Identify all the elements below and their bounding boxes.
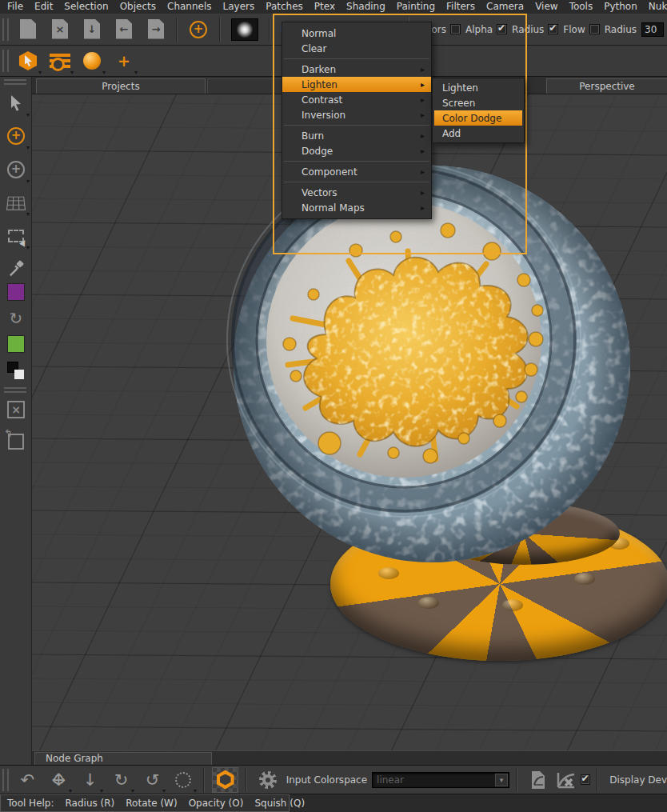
colorspace-dropdown-button[interactable]: ▾	[495, 774, 508, 786]
check-icon: ✔	[581, 773, 589, 784]
paint-toggle: Alpha ✔	[465, 24, 507, 35]
import-archive-icon[interactable]: ←	[108, 17, 140, 42]
input-colorspace-select[interactable]: linear ▾	[372, 772, 509, 788]
toggle-checkbox[interactable]: ✔	[548, 24, 558, 34]
toolbar-separator	[176, 18, 178, 42]
undo-view-button[interactable]: ↶	[12, 767, 43, 793]
menubar-item[interactable]: Shading	[341, 0, 391, 14]
marquee-select-tool-button[interactable]: ▲ ▾	[0, 222, 32, 250]
menu-item[interactable]: Contrast ▸	[282, 92, 431, 107]
swap-arrows-icon: ↻	[10, 310, 23, 326]
submenu-item[interactable]: Add	[433, 126, 524, 141]
display-toggle-checkbox[interactable]: ✔	[581, 774, 591, 785]
menu-item[interactable]: Darken ▸	[282, 62, 431, 77]
layer-visibility-tool-button[interactable]: ▾	[44, 47, 76, 74]
pull-tool-button[interactable]: ↓ ▾	[74, 767, 106, 793]
blend-mode-menu: Normal ▸ Clear ▸ ▸ Darken ▸ Lighten ▸ Co…	[282, 22, 432, 219]
menubar-item[interactable]: Painting	[391, 0, 441, 14]
close-project-icon[interactable]: ×	[44, 17, 76, 42]
sidebar-drag-handle[interactable]	[4, 79, 26, 85]
layers-eye-icon	[50, 54, 70, 68]
toolbar-drag-handle[interactable]	[2, 769, 9, 791]
orbit-tool-button[interactable]: ↺ ▾	[137, 767, 168, 793]
project-buttons: × ↓ ← →	[12, 17, 172, 42]
submenu-item[interactable]: Screen	[433, 95, 524, 110]
menu-item[interactable]: Vectors ▸	[282, 185, 431, 200]
shader-ball-tool-button[interactable]: ▾	[76, 47, 108, 74]
export-archive-icon[interactable]: →	[140, 17, 172, 42]
menubar-item[interactable]: View	[529, 0, 563, 14]
menubar-item[interactable]: Objects	[114, 0, 162, 14]
foreground-color-swatch[interactable]	[0, 278, 32, 306]
toolbar-drag-handle[interactable]	[2, 18, 9, 41]
paint-brush-icon: +	[7, 127, 25, 145]
color-picker-tool-button[interactable]	[0, 254, 32, 282]
shader-mode-button[interactable]	[212, 767, 238, 793]
tool-help-label: Tool Help:	[7, 798, 54, 809]
menubar-item[interactable]: Python	[598, 0, 643, 14]
swap-colors-button[interactable]: ↻	[0, 305, 32, 332]
toolbar-drag-handle[interactable]	[2, 50, 9, 72]
clear-lut-button[interactable]	[554, 768, 577, 792]
menu-item[interactable]: Burn ▸	[282, 128, 431, 143]
warp-tool-button[interactable]: ▾	[0, 189, 32, 216]
paint-through-tool-button[interactable]: + ▾	[0, 156, 32, 183]
menubar-item[interactable]: Tools	[564, 0, 599, 14]
submenu-arrow-icon: ▸	[421, 203, 425, 212]
menu-item[interactable]: Inversion ▸	[282, 107, 431, 122]
save-project-icon[interactable]: ↓	[76, 17, 108, 42]
menu-item[interactable]: Component ▸	[282, 164, 431, 179]
select-objects-tool-button[interactable]: ▾	[12, 47, 44, 74]
menu-item[interactable]: Lighten ▸	[282, 77, 431, 92]
plus-icon: +	[9, 128, 23, 142]
submenu-arrow-icon: ▸	[421, 188, 425, 197]
toggle-checkbox[interactable]: ✔	[497, 24, 507, 34]
toggle-checkbox[interactable]: ✔	[450, 24, 461, 34]
menubar-item[interactable]: Layers	[218, 0, 261, 14]
add-channel-tool-button[interactable]: + ▾	[108, 47, 140, 74]
brush-tip-preview[interactable]	[231, 18, 258, 41]
new-project-icon[interactable]	[12, 17, 44, 42]
select-tool-button[interactable]: ▾	[0, 90, 32, 117]
take-screenshot-button[interactable]: ↰	[0, 428, 32, 455]
menubar-item[interactable]: Channels	[162, 0, 218, 14]
menu-item-label: Contrast	[302, 94, 342, 106]
pan-tool-button[interactable]: ↔↕ ▾	[43, 767, 74, 793]
background-color-swatch[interactable]	[0, 330, 32, 358]
menubar-item[interactable]: Selection	[58, 0, 114, 14]
menu-item[interactable]: ▸	[282, 122, 431, 128]
paint-tool-button[interactable]: + ▾	[0, 122, 32, 150]
menubar-item[interactable]: Edit	[29, 0, 58, 14]
curve-x-icon	[556, 770, 577, 790]
add-paint-target-button[interactable]: +	[190, 21, 207, 38]
radius-value-field[interactable]: 30	[641, 22, 664, 37]
submenu-item[interactable]: Color Dodge	[434, 110, 522, 126]
reset-colors-button[interactable]	[0, 357, 32, 384]
screenshot-settings-button[interactable]: ×	[0, 396, 32, 423]
menu-item[interactable]: Clear ▸	[282, 41, 431, 56]
menubar-item[interactable]: Nuke	[643, 0, 667, 14]
rotate-tool-button[interactable]: ↻ ▾	[106, 767, 137, 793]
box-arrow-icon: ↰	[8, 434, 24, 450]
load-lut-button[interactable]	[526, 768, 549, 792]
menubar-item[interactable]: Camera	[481, 0, 529, 14]
gear-icon[interactable]	[259, 771, 276, 789]
submenu-item[interactable]: Lighten	[433, 80, 524, 95]
sidebar-drag-handle[interactable]	[4, 387, 26, 393]
menu-item[interactable]: Normal ▸	[282, 26, 431, 41]
selection-ring-button[interactable]: ▾	[168, 767, 199, 793]
dropdown-arrow-icon: ▾	[69, 788, 72, 794]
menu-item[interactable]: Dodge ▸	[282, 143, 431, 158]
menubar-item[interactable]: Patches	[260, 0, 309, 14]
toggle-checkbox[interactable]: ✔	[589, 24, 600, 34]
menubar-item[interactable]: Ptex	[309, 0, 341, 14]
menu-item[interactable]: ▸	[282, 179, 431, 185]
menu-item[interactable]: Normal Maps ▸	[282, 200, 431, 215]
tab-projects[interactable]: Projects	[36, 78, 206, 94]
menubar-item[interactable]: File	[2, 0, 29, 14]
tab-node-graph[interactable]: Node Graph	[34, 752, 212, 766]
menubar-item[interactable]: Filters	[441, 0, 481, 14]
menu-item[interactable]: ▸	[282, 158, 431, 164]
menu-item[interactable]: ▸	[282, 56, 431, 62]
tab-perspective[interactable]: Perspective	[546, 78, 667, 94]
